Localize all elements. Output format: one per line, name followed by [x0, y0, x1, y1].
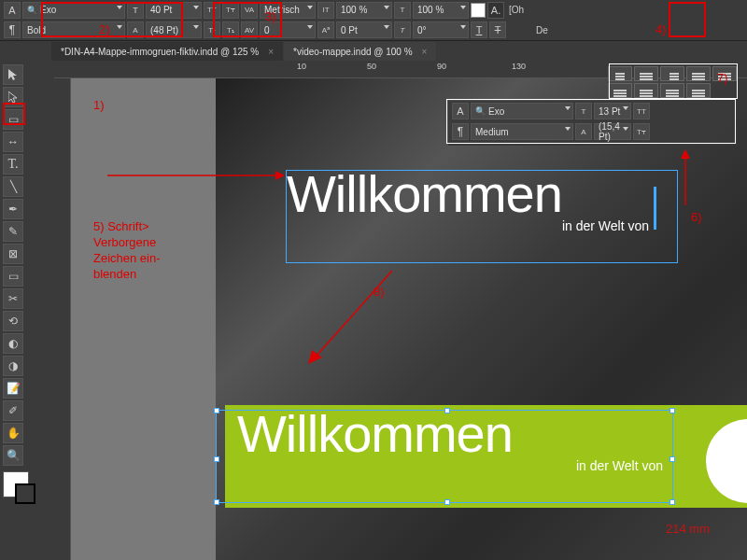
selection-tool[interactable] — [3, 64, 23, 85]
vscale-combo[interactable]: 100 % — [336, 2, 392, 19]
close-icon[interactable]: × — [268, 47, 274, 57]
free-transform-tool[interactable]: ⟲ — [3, 311, 23, 331]
hscale-combo[interactable]: 100 % — [413, 2, 469, 19]
rectangle-frame-tool[interactable]: ⊠ — [3, 244, 23, 264]
svg-line-4 — [317, 271, 392, 355]
baseline-combo[interactable]: 0 Pt — [336, 21, 392, 38]
arrow-6 — [676, 149, 695, 205]
svg-marker-3 — [681, 149, 690, 159]
svg-marker-1 — [275, 171, 285, 180]
hscale-icon: T — [394, 2, 411, 19]
anno-5: 5) Schrift> Verborgene Zeichen ein- blen… — [93, 219, 161, 283]
anno-box-2 — [41, 2, 183, 37]
headline-text[interactable]: Willkommen — [287, 163, 677, 224]
anno-7: 7) — [717, 71, 728, 85]
dimension-label: 214 mm — [666, 522, 710, 536]
gradient-feather-tool[interactable]: ◑ — [3, 356, 23, 376]
arrow-1 — [107, 166, 285, 185]
anno-box-type-tool — [3, 103, 25, 125]
anno-box-6 — [446, 99, 736, 144]
fill-stroke-proxy[interactable] — [3, 471, 29, 497]
vscale-icon: IT — [317, 2, 334, 19]
pasteboard — [71, 78, 216, 560]
headline-text-2[interactable]: Willkommen — [237, 403, 672, 464]
pen-tool[interactable]: ✒ — [3, 199, 23, 219]
eyedropper-tool[interactable]: ✐ — [3, 400, 23, 421]
anno-3: 3) — [265, 9, 276, 23]
anno-6: 6) — [691, 210, 702, 224]
white-circle — [706, 419, 747, 503]
tab-2[interactable]: *video-mappe.indd @ 100 %× — [284, 42, 436, 61]
truncated-label: [Oh — [509, 5, 524, 15]
hand-tool[interactable]: ✋ — [3, 423, 23, 443]
pencil-tool[interactable]: ✎ — [3, 221, 23, 242]
char-panel-icon[interactable]: A — [4, 2, 21, 19]
anno-box-4 — [669, 2, 706, 37]
scissors-tool[interactable]: ✂ — [3, 288, 23, 309]
type-tool[interactable]: T. — [3, 154, 23, 175]
anno-2: 2) — [99, 22, 110, 36]
rectangle-tool[interactable]: ▭ — [3, 266, 23, 287]
strikethrough-icon[interactable]: T — [489, 21, 506, 38]
green-banner[interactable]: Willkommen in der Welt von — [225, 405, 747, 508]
truncated-label-2: De — [536, 25, 548, 35]
skew-combo[interactable]: 0° — [413, 21, 469, 38]
gradient-swatch-tool[interactable]: ◐ — [3, 333, 23, 354]
note-tool[interactable]: 📝 — [3, 378, 23, 399]
line-tool[interactable]: ╲ — [3, 176, 23, 197]
fill-swatch[interactable] — [471, 3, 486, 18]
close-icon[interactable]: × — [422, 47, 428, 57]
gap-tool[interactable]: ↔ — [3, 132, 23, 152]
para-panel-icon[interactable]: ¶ — [4, 21, 21, 38]
char-style-icon[interactable]: A. — [487, 2, 504, 19]
anno-4: 4) — [655, 22, 667, 36]
baseline-icon: Aª — [317, 21, 334, 38]
tab-1[interactable]: *DIN-A4-Mappe-immogruen-fiktiv.indd @ 12… — [51, 42, 283, 61]
skew-icon: T — [394, 21, 411, 38]
text-frame-2[interactable]: Willkommen in der Welt von — [216, 410, 673, 503]
zoom-tool[interactable]: 🔍 — [3, 445, 23, 466]
text-cursor — [654, 187, 656, 230]
underline-icon[interactable]: T — [471, 21, 487, 38]
document-tabs: *DIN-A4-Mappe-immogruen-fiktiv.indd @ 12… — [0, 41, 747, 62]
arrow-8 — [308, 243, 448, 364]
vertical-ruler[interactable] — [54, 78, 71, 560]
anno-1: 1) — [93, 98, 105, 112]
tools-panel: ▭ ↔ T. ╲ ✒ ✎ ⊠ ▭ ✂ ⟲ ◐ ◑ 📝 ✐ ✋ 🔍 — [0, 62, 45, 500]
